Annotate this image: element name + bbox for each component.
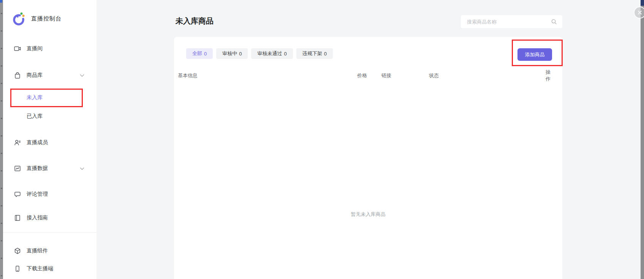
filter-label: 违规下架 (302, 50, 322, 57)
search-input[interactable] (461, 19, 551, 25)
app-title: 直播控制台 (31, 15, 62, 22)
filter-label: 全部 (192, 50, 202, 57)
page-title: 未入库商品 (176, 16, 214, 26)
chevron-down-icon (80, 167, 84, 170)
product-card: 全部 0 审核中 0 审核未通过 0 违规下架 0 添加商品 基本信息 价格 链… (174, 37, 562, 279)
sidebar-item-label: 直播数据 (27, 165, 48, 172)
sidebar-item-label: 未入库 (27, 94, 43, 101)
shopping-bag-icon (14, 71, 21, 79)
sidebar-item-not-in-stock[interactable]: 未入库 (3, 92, 97, 103)
add-product-button[interactable]: 添加商品 (517, 48, 552, 61)
table-header-row: 基本信息 价格 链接 状态 操作 (178, 69, 559, 77)
close-button[interactable] (634, 6, 644, 19)
sidebar-item-live-components[interactable]: 直播组件 (3, 246, 97, 256)
sidebar-item-in-stock[interactable]: 已入库 (3, 111, 97, 122)
sidebar-item-live-data[interactable]: 直播数据 (3, 163, 97, 174)
filter-count: 0 (239, 51, 242, 57)
sidebar-item-label: 直播成员 (27, 139, 48, 146)
sidebar-item-label: 评论管理 (27, 191, 48, 198)
sidebar-item-download-host-client[interactable]: 下载主播端 (3, 263, 97, 274)
background-window-text-fragments (1, 0, 2, 279)
app-logo-row: 直播控制台 (12, 12, 62, 25)
sidebar-item-label: 接入指南 (27, 214, 48, 221)
filter-count: 0 (284, 51, 286, 57)
search-box (461, 15, 562, 28)
search-icon[interactable] (551, 19, 557, 25)
member-list-icon (14, 139, 21, 146)
filter-tab-removed[interactable]: 违规下架 0 (296, 48, 333, 59)
column-header-actions: 操作 (546, 69, 559, 82)
filter-tab-in-review[interactable]: 审核中 0 (216, 48, 248, 59)
sidebar-item-label: 直播间 (27, 45, 43, 52)
chart-icon (14, 165, 21, 172)
comment-bubble-icon (14, 190, 21, 198)
sidebar: 直播控制台 直播间 商品库 未入库 已入库 (3, 0, 97, 279)
filter-label: 审核未通过 (257, 50, 282, 57)
sidebar-item-live-room[interactable]: 直播间 (3, 43, 97, 54)
filter-tab-review-failed[interactable]: 审核未通过 0 (251, 48, 293, 59)
main-content: 未入库商品 全部 0 审核中 0 审核未通过 0 违规下架 (97, 0, 641, 279)
filter-tabs: 全部 0 审核中 0 审核未通过 0 违规下架 0 (186, 48, 333, 59)
filter-count: 0 (204, 51, 207, 57)
guide-book-icon (14, 214, 21, 222)
background-window-edge-left (0, 0, 3, 279)
sidebar-item-live-members[interactable]: 直播成员 (3, 137, 97, 148)
background-window-titlebar-fragment (641, 0, 644, 6)
sidebar-item-product-library[interactable]: 商品库 (3, 70, 97, 81)
filter-count: 0 (324, 51, 327, 57)
phone-icon (14, 265, 21, 273)
sidebar-item-comment-management[interactable]: 评论管理 (3, 189, 97, 200)
column-header-basic-info: 基本信息 (178, 72, 357, 79)
video-camera-icon (14, 45, 21, 52)
sidebar-item-label: 商品库 (27, 72, 43, 79)
sidebar-divider (3, 232, 97, 233)
filter-tab-all[interactable]: 全部 0 (186, 48, 213, 59)
chevron-down-icon (80, 74, 84, 77)
column-header-link: 链接 (381, 72, 429, 79)
sidebar-item-access-guide[interactable]: 接入指南 (3, 212, 97, 223)
column-header-status: 状态 (429, 72, 546, 79)
background-window-edge-right (641, 0, 644, 279)
empty-state-text: 暂无未入库商品 (351, 211, 386, 218)
column-header-price: 价格 (357, 72, 381, 79)
sidebar-item-label: 已入库 (27, 113, 43, 120)
sidebar-item-label: 下载主播端 (27, 265, 53, 272)
cube-icon (14, 247, 21, 255)
app-logo-icon (12, 12, 26, 25)
filter-label: 审核中 (222, 50, 237, 57)
close-icon (638, 10, 642, 15)
sidebar-item-label: 直播组件 (27, 247, 48, 254)
